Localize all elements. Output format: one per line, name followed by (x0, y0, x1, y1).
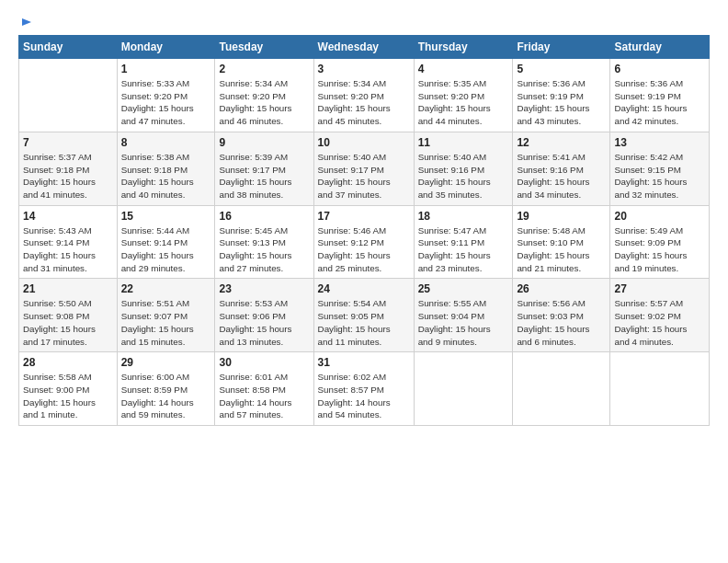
logo (18, 17, 33, 29)
day-info: Sunrise: 5:58 AM Sunset: 9:00 PM Dayligh… (23, 371, 113, 421)
day-cell: 13Sunrise: 5:42 AM Sunset: 9:15 PM Dayli… (610, 132, 710, 205)
day-info: Sunrise: 5:34 AM Sunset: 9:20 PM Dayligh… (219, 77, 309, 128)
day-number: 1 (121, 63, 211, 75)
day-number: 3 (318, 63, 410, 75)
day-info: Sunrise: 5:41 AM Sunset: 9:16 PM Dayligh… (517, 151, 606, 201)
day-info: Sunrise: 5:37 AM Sunset: 9:18 PM Dayligh… (23, 151, 113, 201)
day-number: 30 (219, 356, 309, 369)
header-cell-monday: Monday (117, 36, 215, 59)
day-info: Sunrise: 5:39 AM Sunset: 9:17 PM Dayligh… (219, 151, 309, 201)
week-row-2: 7Sunrise: 5:37 AM Sunset: 9:18 PM Daylig… (19, 132, 710, 205)
day-number: 21 (23, 282, 113, 295)
page: SundayMondayTuesdayWednesdayThursdayFrid… (0, 0, 728, 435)
day-info: Sunrise: 5:43 AM Sunset: 9:14 PM Dayligh… (23, 224, 113, 275)
header-cell-wednesday: Wednesday (313, 36, 414, 59)
day-number: 2 (219, 63, 309, 75)
day-cell: 2Sunrise: 5:34 AM Sunset: 9:20 PM Daylig… (215, 59, 313, 132)
day-info: Sunrise: 5:40 AM Sunset: 9:16 PM Dayligh… (418, 151, 509, 201)
day-cell: 25Sunrise: 5:55 AM Sunset: 9:04 PM Dayli… (414, 279, 513, 352)
day-info: Sunrise: 5:44 AM Sunset: 9:14 PM Dayligh… (121, 224, 211, 275)
header-cell-saturday: Saturday (610, 36, 710, 59)
day-cell: 22Sunrise: 5:51 AM Sunset: 9:07 PM Dayli… (117, 279, 215, 352)
day-cell: 16Sunrise: 5:45 AM Sunset: 9:13 PM Dayli… (215, 205, 313, 279)
day-cell (610, 352, 710, 426)
day-cell (414, 352, 513, 426)
day-info: Sunrise: 5:51 AM Sunset: 9:07 PM Dayligh… (121, 297, 211, 348)
day-info: Sunrise: 6:00 AM Sunset: 8:59 PM Dayligh… (121, 371, 211, 421)
day-info: Sunrise: 5:36 AM Sunset: 9:19 PM Dayligh… (517, 77, 606, 128)
day-number: 24 (318, 282, 410, 295)
day-cell (19, 59, 118, 132)
day-cell: 28Sunrise: 5:58 AM Sunset: 9:00 PM Dayli… (19, 352, 118, 426)
day-info: Sunrise: 5:53 AM Sunset: 9:06 PM Dayligh… (219, 297, 309, 348)
day-number: 20 (614, 210, 705, 223)
day-info: Sunrise: 5:56 AM Sunset: 9:03 PM Dayligh… (517, 297, 606, 348)
day-cell: 12Sunrise: 5:41 AM Sunset: 9:16 PM Dayli… (513, 132, 610, 205)
day-cell: 30Sunrise: 6:01 AM Sunset: 8:58 PM Dayli… (215, 352, 313, 426)
week-row-1: 1Sunrise: 5:33 AM Sunset: 9:20 PM Daylig… (19, 59, 710, 132)
day-cell: 18Sunrise: 5:47 AM Sunset: 9:11 PM Dayli… (414, 205, 513, 279)
day-cell: 29Sunrise: 6:00 AM Sunset: 8:59 PM Dayli… (117, 352, 215, 426)
week-row-3: 14Sunrise: 5:43 AM Sunset: 9:14 PM Dayli… (19, 205, 710, 279)
day-info: Sunrise: 5:42 AM Sunset: 9:15 PM Dayligh… (614, 151, 705, 201)
day-number: 25 (418, 282, 509, 295)
day-cell: 27Sunrise: 5:57 AM Sunset: 9:02 PM Dayli… (610, 279, 710, 352)
day-info: Sunrise: 5:57 AM Sunset: 9:02 PM Dayligh… (614, 297, 705, 348)
day-number: 18 (418, 210, 509, 223)
day-number: 17 (318, 210, 410, 223)
header-cell-sunday: Sunday (19, 36, 118, 59)
header-cell-friday: Friday (513, 36, 610, 59)
day-number: 27 (614, 282, 705, 295)
day-info: Sunrise: 5:33 AM Sunset: 9:20 PM Dayligh… (121, 77, 211, 128)
svg-marker-0 (22, 18, 31, 26)
day-number: 11 (418, 136, 509, 149)
day-number: 31 (318, 356, 410, 369)
day-cell (513, 352, 610, 426)
day-cell: 15Sunrise: 5:44 AM Sunset: 9:14 PM Dayli… (117, 205, 215, 279)
day-cell: 4Sunrise: 5:35 AM Sunset: 9:20 PM Daylig… (414, 59, 513, 132)
day-number: 9 (219, 136, 309, 149)
week-row-4: 21Sunrise: 5:50 AM Sunset: 9:08 PM Dayli… (19, 279, 710, 352)
day-cell: 6Sunrise: 5:36 AM Sunset: 9:19 PM Daylig… (610, 59, 710, 132)
day-cell: 31Sunrise: 6:02 AM Sunset: 8:57 PM Dayli… (313, 352, 414, 426)
day-info: Sunrise: 5:35 AM Sunset: 9:20 PM Dayligh… (418, 77, 509, 128)
day-number: 7 (23, 136, 113, 149)
day-cell: 9Sunrise: 5:39 AM Sunset: 9:17 PM Daylig… (215, 132, 313, 205)
day-info: Sunrise: 5:54 AM Sunset: 9:05 PM Dayligh… (318, 297, 410, 348)
header-row: SundayMondayTuesdayWednesdayThursdayFrid… (19, 36, 710, 59)
day-cell: 23Sunrise: 5:53 AM Sunset: 9:06 PM Dayli… (215, 279, 313, 352)
day-info: Sunrise: 6:02 AM Sunset: 8:57 PM Dayligh… (318, 371, 410, 421)
day-number: 29 (121, 356, 211, 369)
day-number: 10 (318, 136, 410, 149)
day-number: 8 (121, 136, 211, 149)
day-number: 5 (517, 63, 606, 75)
day-number: 12 (517, 136, 606, 149)
day-info: Sunrise: 5:55 AM Sunset: 9:04 PM Dayligh… (418, 297, 509, 348)
day-cell: 17Sunrise: 5:46 AM Sunset: 9:12 PM Dayli… (313, 205, 414, 279)
day-number: 14 (23, 210, 113, 223)
day-cell: 5Sunrise: 5:36 AM Sunset: 9:19 PM Daylig… (513, 59, 610, 132)
day-info: Sunrise: 5:49 AM Sunset: 9:09 PM Dayligh… (614, 224, 705, 275)
day-number: 4 (418, 63, 509, 75)
day-info: Sunrise: 5:48 AM Sunset: 9:10 PM Dayligh… (517, 224, 606, 275)
header (18, 17, 710, 29)
day-number: 19 (517, 210, 606, 223)
day-cell: 20Sunrise: 5:49 AM Sunset: 9:09 PM Dayli… (610, 205, 710, 279)
week-row-5: 28Sunrise: 5:58 AM Sunset: 9:00 PM Dayli… (19, 352, 710, 426)
day-info: Sunrise: 5:34 AM Sunset: 9:20 PM Dayligh… (318, 77, 410, 128)
day-cell: 11Sunrise: 5:40 AM Sunset: 9:16 PM Dayli… (414, 132, 513, 205)
day-cell: 24Sunrise: 5:54 AM Sunset: 9:05 PM Dayli… (313, 279, 414, 352)
day-info: Sunrise: 5:38 AM Sunset: 9:18 PM Dayligh… (121, 151, 211, 201)
day-info: Sunrise: 5:40 AM Sunset: 9:17 PM Dayligh… (318, 151, 410, 201)
day-number: 22 (121, 282, 211, 295)
day-number: 15 (121, 210, 211, 223)
day-cell: 14Sunrise: 5:43 AM Sunset: 9:14 PM Dayli… (19, 205, 118, 279)
day-number: 13 (614, 136, 705, 149)
day-cell: 3Sunrise: 5:34 AM Sunset: 9:20 PM Daylig… (313, 59, 414, 132)
header-cell-thursday: Thursday (414, 36, 513, 59)
logo-flag-icon (20, 17, 33, 29)
day-number: 23 (219, 282, 309, 295)
day-cell: 1Sunrise: 5:33 AM Sunset: 9:20 PM Daylig… (117, 59, 215, 132)
day-info: Sunrise: 5:47 AM Sunset: 9:11 PM Dayligh… (418, 224, 509, 275)
day-info: Sunrise: 5:45 AM Sunset: 9:13 PM Dayligh… (219, 224, 309, 275)
